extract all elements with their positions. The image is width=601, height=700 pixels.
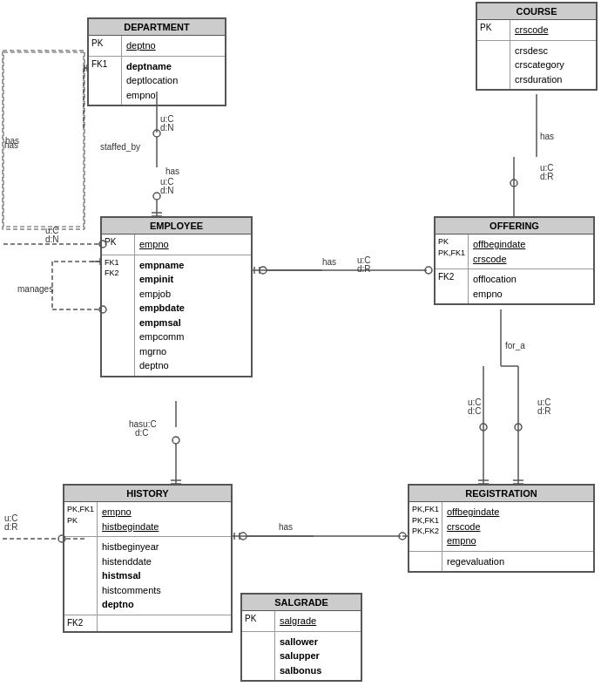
dn-bottom-dept: d:N [160,186,174,195]
salgrade-pk-label: PK [242,611,275,631]
dr-reg-right: d:R [537,406,551,416]
history-title: HISTORY [64,486,231,502]
entity-offering: OFFERING PKPK,FK1 offbegindate crscode F… [434,216,595,305]
salgrade-pk-fields: salgrade [275,611,321,631]
uc-reg-left: u:C [468,398,482,407]
svg-point-22 [260,267,267,274]
entity-history: HISTORY PK,FK1PK empno histbegindate his… [63,484,233,633]
dc-reg-left: d:C [468,406,482,416]
erd-diagram: DEPARTMENT PK deptno FK1 deptname deptlo… [0,0,601,700]
svg-rect-50 [3,51,84,229]
svg-point-7 [153,130,160,137]
salgrade-title: SALGRADE [242,595,361,611]
history-fk2-label: FK2 [64,615,98,631]
dr-offering: d:R [357,264,371,274]
department-pk-fields: deptno [122,36,160,56]
department-attr-fields: deptname deptlocation empno [122,57,182,105]
has-hist-reg: has [279,522,293,532]
uc-course: u:C [540,163,554,173]
course-empty-label [477,41,510,90]
history-pk-label: PK,FK1PK [64,502,98,536]
offering-title: OFFERING [436,218,593,234]
has-emp-offering: has [322,257,336,267]
uc-top: u:C [160,114,174,124]
svg-point-29 [172,437,179,444]
svg-point-45 [515,424,522,431]
uc-reg-right: u:C [537,398,551,407]
entity-registration: REGISTRATION PK,FK1PK,FK1PK,FK2 offbegin… [408,484,595,573]
dr-course: d:R [540,172,554,181]
uc-dn-label-left: u:C [45,226,59,235]
salgrade-empty-label [242,632,275,681]
course-pk-label: PK [477,20,510,40]
svg-point-36 [240,533,246,540]
employee-title: EMPLOYEE [102,218,251,234]
dc-label: d:C [135,428,149,438]
uc-offering: u:C [357,255,371,265]
has-left-label: has [5,136,19,146]
svg-point-9 [153,193,160,200]
entity-course: COURSE PK crscode crsdesc crscategory cr… [476,2,598,91]
employee-attr-fields: empname empinit empjob empbdate empmsal … [135,255,189,376]
offering-attr-fields: offlocation empno [469,269,521,303]
has-course-offering: has [540,132,554,141]
svg-point-41 [480,424,487,431]
for-a-label: for_a [505,341,525,350]
svg-rect-0 [3,52,84,227]
has-label-outer: has [4,140,18,150]
hasu-label: hasu:C [129,419,157,429]
department-title: DEPARTMENT [89,19,225,36]
staffed-by-label: staffed_by [100,142,140,152]
entity-employee: EMPLOYEE PK empno FK1FK2 empname empinit… [100,216,253,377]
salgrade-attr-fields: sallower salupper salbonus [275,632,326,681]
svg-point-24 [425,267,432,274]
offering-fk2-label: FK2 [436,269,469,303]
dn-label-left: d:N [45,234,59,244]
employee-pk-label: PK [102,234,135,255]
course-pk-fields: crscode [510,20,553,40]
department-pk-label: PK [89,36,122,56]
offering-pk-fields: offbegindate crscode [469,234,530,268]
registration-pk-fields: offbegindate crscode empno [442,502,503,551]
entity-salgrade: SALGRADE PK salgrade sallower salupper s… [240,593,362,682]
department-fk-label: FK1 [89,57,122,105]
dn-top: d:N [160,123,174,133]
employee-fk-label: FK1FK2 [102,255,135,376]
registration-attr-fields: regevaluation [442,552,509,572]
history-attr-fields: histbeginyear histenddate histmsal histc… [98,537,165,615]
svg-point-26 [510,180,517,187]
manages-label: manages [17,284,53,294]
registration-title: REGISTRATION [409,486,593,502]
has-dept-emp: has [165,167,179,176]
course-title: COURSE [477,3,596,20]
employee-pk-fields: empno [135,234,173,255]
dr-outer: d:R [4,522,18,532]
entity-department: DEPARTMENT PK deptno FK1 deptname deptlo… [87,17,226,106]
history-pk-fields: empno histbegindate [98,502,163,536]
offering-pk-label: PKPK,FK1 [436,234,469,268]
history-fk2-fields [98,615,106,631]
registration-pk-label: PK,FK1PK,FK1PK,FK2 [409,502,442,551]
course-attr-fields: crsdesc crscategory crsduration [510,41,569,90]
svg-point-38 [399,533,406,540]
uc-bottom-dept: u:C [160,177,174,187]
uc-outer: u:C [4,513,18,523]
registration-empty-label [409,552,442,572]
history-empty-label [64,537,98,615]
